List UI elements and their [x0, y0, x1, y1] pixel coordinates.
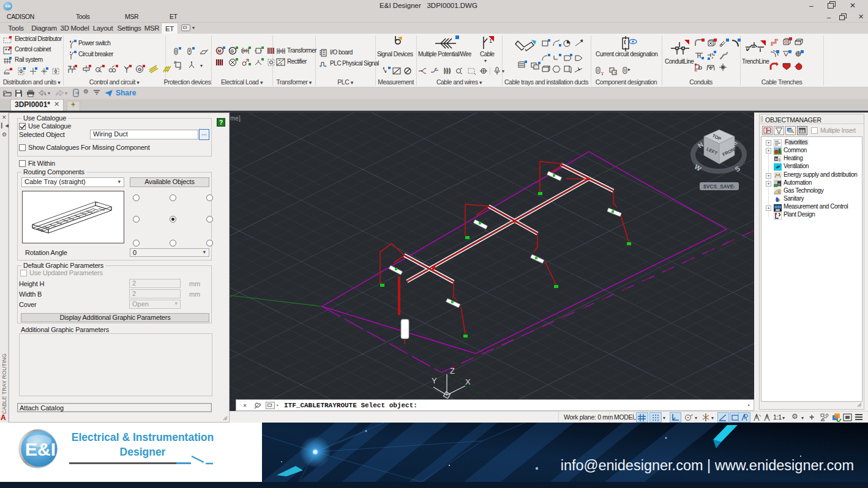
svg-text:info@enidesigner.com | www.eni: info@enidesigner.com | www.enidesigner.c…: [561, 457, 854, 473]
svg-text:G: G: [231, 49, 234, 53]
svg-text:1: 1: [489, 38, 492, 44]
svg-text:Y: Y: [432, 376, 437, 385]
svg-text:X: X: [465, 377, 471, 386]
svg-text:H: H: [775, 157, 777, 161]
svg-text:$VCS_SAVE: $VCS_SAVE: [703, 183, 734, 190]
svg-text:FU: FU: [68, 65, 71, 68]
svg-text:▾: ▾: [733, 185, 735, 189]
svg-text:E&I: E&I: [25, 439, 56, 459]
svg-text:M: M: [218, 49, 222, 53]
svg-text:n: n: [778, 182, 780, 186]
svg-text:Z: Z: [450, 366, 455, 375]
svg-text:G: G: [138, 67, 141, 72]
